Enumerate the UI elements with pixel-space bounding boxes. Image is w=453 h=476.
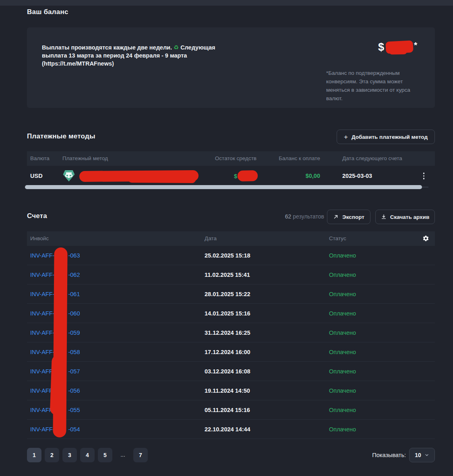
page-button-7[interactable]: 7: [133, 448, 148, 462]
tether-icon: [62, 169, 75, 182]
payment-methods-table: Валюта Платежный метод Остаток средств Б…: [27, 151, 435, 186]
page-size-select[interactable]: 10: [409, 448, 435, 462]
col-date: Дата: [205, 231, 217, 246]
balance-section-title: Ваш баланс: [27, 8, 68, 16]
invoices-section-title: Счета: [27, 212, 47, 220]
col-method: Платежный метод: [62, 151, 108, 166]
horizontal-scrollbar-thumb[interactable]: [25, 185, 422, 189]
invoice-date: 19.11.2024 14:50: [205, 387, 250, 394]
invoice-row: INV-AFF--060 14.01.2025 15:16 Оплачено: [27, 304, 435, 323]
status-badge: Оплачено: [329, 349, 356, 355]
payment-methods-table-header: Валюта Платежный метод Остаток средств Б…: [27, 151, 435, 166]
payment-methods-title: Платежные методы: [27, 132, 95, 140]
invoice-date: 25.02.2025 15:18: [205, 252, 250, 259]
page-button-4[interactable]: 4: [80, 448, 95, 462]
page-button-2[interactable]: 2: [45, 448, 59, 462]
plus-icon: +: [344, 134, 348, 140]
col-invoice: Инвойс: [30, 231, 49, 246]
status-badge: Оплачено: [329, 330, 356, 336]
balance-due-value: $0,00: [306, 173, 320, 179]
invoice-row: INV-AFF--062 11.02.2025 15:41 Оплачено: [27, 265, 435, 284]
pagination-ellipsis: ...: [116, 448, 130, 462]
invoice-row: INV-AFF--063 25.02.2025 15:18 Оплачено: [27, 246, 435, 265]
invoice-date: 03.12.2024 16:08: [205, 368, 250, 375]
export-button[interactable]: Экспорт: [327, 210, 370, 224]
invoice-row: INV-AFF--055 05.11.2024 15:16 Оплачено: [27, 400, 435, 420]
redaction-invoice-numbers: [53, 247, 67, 437]
invoice-row: INV-AFF--057 03.12.2024 16:08 Оплачено: [27, 362, 435, 381]
invoice-row: INV-AFF--058 17.12.2024 16:00 Оплачено: [27, 342, 435, 362]
balance-asterisk: *: [414, 40, 417, 50]
results-count: 62 результатов: [278, 213, 324, 220]
status-badge: Оплачено: [329, 387, 356, 394]
status-badge: Оплачено: [329, 252, 356, 259]
top-divider: [0, 0, 453, 6]
invoice-date: 14.01.2025 15:16: [205, 310, 250, 317]
invoice-row: INV-AFF--061 28.01.2025 15:22 Оплачено: [27, 284, 435, 304]
balance-card: Выплаты производятся каждые две недели. …: [27, 27, 435, 108]
page-button-1[interactable]: 1: [27, 448, 41, 462]
invoice-row: INV-AFF--054 22.10.2024 14:44 Оплачено: [27, 420, 435, 439]
status-badge: Оплачено: [329, 407, 356, 413]
col-due: Баланс к оплате: [279, 151, 320, 166]
currency-value: USD: [30, 173, 43, 179]
invoices-table: Инвойс Дата Статус INV-AFF--063 25.02.20…: [27, 231, 435, 439]
invoices-table-header: Инвойс Дата Статус: [27, 231, 435, 246]
invoice-date: 17.12.2024 16:00: [205, 349, 250, 355]
add-payment-method-button[interactable]: + Добавить платежный метод: [337, 130, 435, 144]
status-badge: Оплачено: [329, 272, 356, 278]
status-badge: Оплачено: [329, 291, 356, 297]
payment-method-row: USD $ $0,00 2025-03-03: [27, 166, 435, 186]
invoice-row: INV-AFF--059 31.12.2024 16:25 Оплачено: [27, 323, 435, 342]
payouts-page: Ваш баланс Выплаты производятся каждые д…: [0, 0, 453, 476]
invoice-date: 28.01.2025 15:22: [205, 291, 250, 297]
payout-schedule-text: Выплаты производятся каждые две недели. …: [42, 43, 231, 68]
col-next-date: Дата следующего счета: [342, 151, 402, 166]
next-invoice-date: 2025-03-03: [342, 173, 372, 179]
balance-amount: $ *: [378, 40, 417, 54]
redaction-rest-amount: [238, 170, 258, 181]
download-archive-button[interactable]: Скачать архив: [375, 210, 435, 224]
balance-footnote: *Баланс по подтвержденным конверсиям. Эт…: [326, 69, 417, 103]
invoice-date: 31.12.2024 16:25: [205, 330, 250, 336]
page-button-5[interactable]: 5: [98, 448, 112, 462]
status-badge: Оплачено: [329, 368, 356, 375]
page-button-3[interactable]: 3: [62, 448, 77, 462]
rest-balance-cell: $: [234, 171, 258, 181]
invoice-date: 11.02.2025 15:41: [205, 272, 250, 278]
payment-method-cell: [62, 169, 199, 182]
redaction-balance-amount: [385, 40, 413, 54]
kebab-menu-icon[interactable]: [422, 171, 426, 181]
recycle-icon: ♻: [174, 44, 179, 51]
gear-icon[interactable]: [422, 235, 429, 243]
redaction-payment-method-name: [79, 170, 199, 181]
invoice-date: 22.10.2024 14:44: [205, 426, 250, 433]
chevron-down-icon: [424, 453, 429, 457]
col-status: Статус: [329, 231, 346, 246]
download-icon: [381, 214, 387, 220]
col-currency: Валюта: [30, 151, 50, 166]
status-badge: Оплачено: [329, 426, 356, 433]
invoice-date: 05.11.2024 15:16: [205, 407, 250, 413]
arrow-up-right-icon: [333, 214, 339, 220]
invoice-row: INV-AFF--056 19.11.2024 14:50 Оплачено: [27, 381, 435, 400]
page-size-label: Показывать:: [345, 448, 406, 462]
col-rest: Остаток средств: [215, 151, 256, 166]
balance-currency-sign: $: [378, 40, 384, 54]
status-badge: Оплачено: [329, 310, 356, 317]
